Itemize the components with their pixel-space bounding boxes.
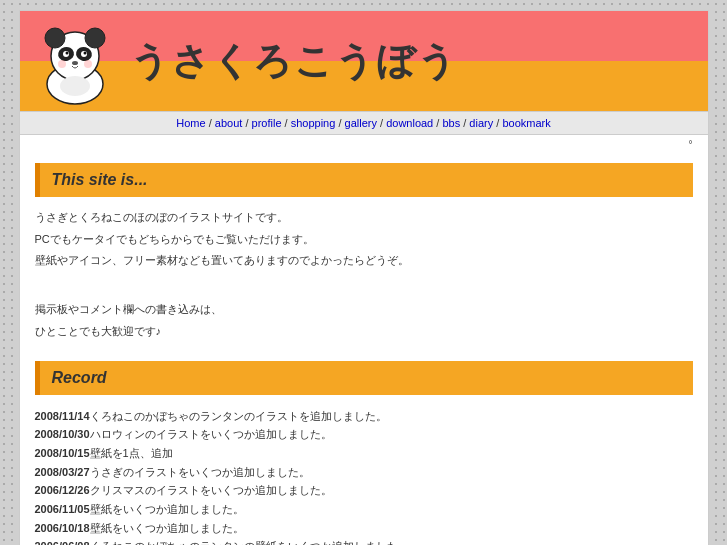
panda-logo	[30, 16, 120, 106]
header-banner: うさくろこうぼう	[20, 11, 708, 111]
record-item: 2008/11/14くろねこのかぼちゃのランタンのイラストを追加しました。	[35, 407, 693, 426]
record-text: くろねこのかぼちゃのランタンのイラストを追加しました。	[90, 410, 387, 422]
nav-home[interactable]: Home	[176, 117, 205, 129]
svg-point-13	[60, 76, 90, 96]
record-date: 2008/10/30	[35, 428, 90, 440]
nav-bar: Home / about / profile / shopping / gall…	[20, 111, 708, 135]
record-text: 壁紙をいくつか追加しました。	[90, 503, 244, 515]
record-date: 2008/11/14	[35, 410, 90, 422]
nav-gallery[interactable]: gallery	[345, 117, 377, 129]
main-wrapper: うさくろこうぼう Home / about / profile / shoppi…	[19, 10, 709, 545]
record-item: 2008/10/30ハロウィンのイラストをいくつか追加しました。	[35, 425, 693, 444]
record-text: ハロウィンのイラストをいくつか追加しました。	[90, 428, 332, 440]
record-date: 2008/10/15	[35, 447, 90, 459]
record-date: 2006/12/26	[35, 484, 90, 496]
record-content: 2008/11/14くろねこのかぼちゃのランタンのイラストを追加しました。200…	[35, 407, 693, 545]
nav-download[interactable]: download	[386, 117, 433, 129]
about-line-3: 壁紙やアイコン、フリー素材なども置いてありますのでよかったらどうぞ。	[35, 252, 693, 270]
about-line-5: ひとことでも大歓迎です♪	[35, 323, 693, 341]
small-dot: °	[20, 135, 708, 150]
record-text: うさぎのイラストをいくつか追加しました。	[90, 466, 310, 478]
record-text: クリスマスのイラストをいくつか追加しました。	[90, 484, 332, 496]
content-area: This site is... うさぎとくろねこのほのぼのイラストサイトです。 …	[20, 150, 708, 545]
svg-point-9	[83, 52, 86, 55]
about-gap	[35, 274, 693, 292]
record-item: 2008/03/27うさぎのイラストをいくつか追加しました。	[35, 463, 693, 482]
record-section-header: Record	[35, 361, 693, 395]
site-title: うさくろこうぼう	[130, 36, 458, 87]
nav-about[interactable]: about	[215, 117, 243, 129]
record-text: 壁紙を1点、追加	[90, 447, 173, 459]
record-date: 2006/11/05	[35, 503, 90, 515]
record-item: 2006/12/26クリスマスのイラストをいくつか追加しました。	[35, 481, 693, 500]
svg-point-3	[85, 28, 105, 48]
about-section-header: This site is...	[35, 163, 693, 197]
nav-shopping[interactable]: shopping	[291, 117, 336, 129]
about-line-2: PCでもケータイでもどちらからでもご覧いただけます。	[35, 231, 693, 249]
nav-bbs[interactable]: bbs	[442, 117, 460, 129]
about-section-title: This site is...	[52, 171, 148, 188]
about-content: うさぎとくろねこのほのぼのイラストサイトです。 PCでもケータイでもどちらからで…	[35, 209, 693, 341]
nav-profile[interactable]: profile	[252, 117, 282, 129]
record-date: 2006/06/08	[35, 540, 90, 545]
svg-point-8	[65, 52, 68, 55]
svg-point-10	[72, 61, 78, 65]
record-section-title: Record	[52, 369, 107, 386]
svg-point-11	[58, 60, 66, 68]
record-item: 2006/10/18壁紙をいくつか追加しました。	[35, 519, 693, 538]
about-line-1: うさぎとくろねこのほのぼのイラストサイトです。	[35, 209, 693, 227]
record-text: くろねこのかぼちゃのランタンの壁紙をいくつか追加しました。	[90, 540, 409, 545]
record-item: 2008/10/15壁紙を1点、追加	[35, 444, 693, 463]
record-date: 2006/10/18	[35, 522, 90, 534]
about-line-4: 掲示板やコメント欄への書き込みは、	[35, 301, 693, 319]
record-item: 2006/06/08くろねこのかぼちゃのランタンの壁紙をいくつか追加しました。	[35, 537, 693, 545]
nav-diary[interactable]: diary	[469, 117, 493, 129]
svg-point-2	[45, 28, 65, 48]
record-text: 壁紙をいくつか追加しました。	[90, 522, 244, 534]
record-item: 2006/11/05壁紙をいくつか追加しました。	[35, 500, 693, 519]
record-date: 2008/03/27	[35, 466, 90, 478]
svg-point-12	[84, 60, 92, 68]
nav-bookmark[interactable]: bookmark	[502, 117, 550, 129]
